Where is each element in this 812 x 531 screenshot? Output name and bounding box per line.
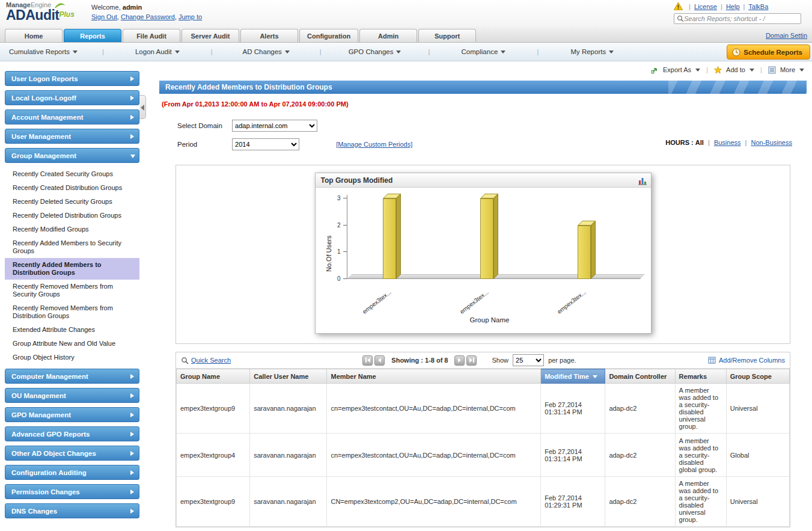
tab-home[interactable]: Home: [5, 29, 63, 42]
domain-settings-link[interactable]: Domain Settin: [766, 32, 807, 39]
warning-icon[interactable]: [674, 2, 683, 10]
sidebar-item-advanced-gpo-reports[interactable]: Advanced GPO Reports: [5, 426, 139, 441]
last-page-button[interactable]: [466, 355, 477, 366]
jump-to-link[interactable]: Jump to: [179, 13, 202, 20]
sidebar-report-link[interactable]: Group Object History: [5, 351, 139, 364]
tab-configuration[interactable]: Configuration: [299, 29, 358, 42]
manage-custom-periods-link[interactable]: [Manage Custom Periods]: [336, 141, 412, 148]
hours-business-link[interactable]: Business: [714, 139, 741, 146]
hours-all-option[interactable]: All: [695, 139, 704, 146]
page-size-select[interactable]: 25: [513, 354, 544, 366]
tab-file-audit[interactable]: File Audit: [123, 29, 180, 42]
chevron-down-icon: [175, 51, 180, 54]
app-logo: ManageEngine ADAuditPlus: [6, 1, 75, 23]
add-remove-columns-link[interactable]: Add/Remove Columns: [708, 357, 785, 364]
sidebar-section-label: Permission Changes: [11, 488, 80, 496]
chart-bar[interactable]: [578, 226, 591, 279]
first-page-button[interactable]: [362, 355, 373, 366]
sidebar-report-link[interactable]: Recently Added Members to Security Group…: [5, 236, 139, 258]
period-select[interactable]: 2014: [232, 138, 299, 150]
chart-type-icon[interactable]: [638, 176, 647, 185]
sidebar-item-group-management[interactable]: Group Management: [5, 148, 139, 163]
table-row[interactable]: empex3textgroup4 saravanan.nagarajan cn=…: [177, 434, 790, 477]
adaudit-plus-app: ManageEngine ADAuditPlus Welcome, admin …: [0, 0, 812, 531]
chart-bar[interactable]: [383, 198, 396, 279]
license-link[interactable]: License: [694, 3, 717, 10]
quick-search-link[interactable]: Quick Search: [181, 357, 231, 364]
sidebar-item-ou-management[interactable]: OU Management: [5, 388, 139, 403]
tab-alerts[interactable]: Alerts: [240, 29, 298, 42]
columns-grid-icon: [708, 357, 716, 364]
sidebar-item-gpo-management[interactable]: GPO Management: [5, 407, 139, 422]
tab-admin[interactable]: Admin: [359, 29, 417, 42]
star-icon: [714, 66, 722, 74]
sidebar-report-link[interactable]: Recently Created Security Groups: [5, 167, 139, 181]
sidebar-report-link[interactable]: Recently Deleted Security Groups: [5, 195, 139, 209]
menu-cumulative-reports[interactable]: Cumulative Reports: [0, 48, 102, 55]
per-page-label: per page.: [548, 357, 576, 364]
sidebar-collapse-handle[interactable]: [139, 95, 146, 119]
sidebar-report-link[interactable]: Extended Attribute Changes: [5, 323, 139, 337]
column-header-member-name[interactable]: Member Name: [327, 369, 541, 384]
menu-gpo-changes[interactable]: GPO Changes: [322, 48, 429, 55]
change-password-link[interactable]: Change Password: [121, 13, 175, 20]
sidebar-report-link[interactable]: Recently Removed Members from Security G…: [5, 280, 139, 301]
column-header-group-scope[interactable]: Group Scope: [726, 369, 789, 384]
column-header-remarks[interactable]: Remarks: [675, 369, 726, 384]
help-link[interactable]: Help: [726, 3, 740, 10]
menu-ad-changes[interactable]: AD Changes: [213, 48, 320, 55]
sidebar-item-dns-changes[interactable]: DNS Changes: [5, 503, 139, 518]
chevron-right-icon: [130, 374, 134, 379]
column-header-modified-time-sorted[interactable]: Modified Time: [541, 369, 605, 384]
search-input[interactable]: [684, 15, 798, 22]
sidebar-report-link[interactable]: Recently Modified Groups: [5, 223, 139, 236]
table-row[interactable]: empex3textgroup9 saravanan.nagarajan CN=…: [177, 477, 790, 527]
hours-non-business-link[interactable]: Non-Business: [751, 139, 792, 146]
sidebar-report-link[interactable]: Recently Deleted Distribution Groups: [5, 209, 139, 223]
sidebar-item-configuration-auditing[interactable]: Configuration Auditing: [5, 465, 139, 480]
next-page-button[interactable]: [454, 355, 465, 366]
app-header: ManageEngine ADAuditPlus Welcome, admin …: [0, 0, 812, 26]
cell-domain-controller: adap-dc2: [605, 384, 675, 434]
more-button[interactable]: More: [768, 66, 804, 73]
table-row[interactable]: empex3textgroup9 saravanan.nagarajan cn=…: [177, 384, 790, 434]
menu-label: Logon Audit: [135, 48, 172, 55]
cell-group-scope: Universal: [726, 477, 789, 527]
tab-label: Alerts: [260, 32, 278, 40]
talkback-link[interactable]: TalkBa: [748, 3, 768, 10]
sidebar-report-link-selected[interactable]: Recently Added Members to Distribution G…: [5, 258, 139, 280]
sidebar-report-link[interactable]: Recently Created Distribution Groups: [5, 181, 139, 195]
y-tick-label: 0: [329, 275, 341, 283]
sidebar-item-account-management[interactable]: Account Management: [5, 109, 139, 124]
menu-logon-audit[interactable]: Logon Audit: [104, 48, 211, 55]
chart-bar[interactable]: [480, 198, 493, 279]
sidebar-report-link[interactable]: Group Attribute New and Old Value: [5, 337, 139, 351]
tab-label: Configuration: [307, 32, 350, 40]
column-header-group-name[interactable]: Group Name: [177, 369, 250, 384]
add-to-button[interactable]: Add to: [714, 66, 756, 73]
cell-remarks: A member was added to a security-disable…: [675, 477, 726, 527]
sidebar-item-other-ad-object-changes[interactable]: Other AD Object Changes: [5, 446, 139, 461]
sidebar-report-link[interactable]: Recently Removed Members from Distributi…: [5, 301, 139, 323]
column-header-caller-user-name[interactable]: Caller User Name: [250, 369, 327, 384]
sidebar-item-user-logon-reports[interactable]: User Logon Reports: [5, 71, 139, 86]
tab-server-audit[interactable]: Server Audit: [182, 29, 239, 42]
tab-support[interactable]: Support: [418, 29, 476, 42]
menu-my-reports[interactable]: My Reports: [539, 48, 646, 55]
sidebar-item-computer-management[interactable]: Computer Management: [5, 369, 139, 384]
sidebar-item-user-management[interactable]: User Management: [5, 129, 139, 144]
cell-modified-time: Feb 27,2014 01:29:31 PM: [541, 477, 605, 527]
column-label: Remarks: [679, 373, 707, 380]
sign-out-link[interactable]: Sign Out: [91, 13, 117, 20]
column-label: Member Name: [331, 373, 376, 380]
sidebar-item-local-logon-logoff[interactable]: Local Logon-Logoff: [5, 90, 139, 105]
sidebar-item-permission-changes[interactable]: Permission Changes: [5, 484, 139, 499]
domain-select[interactable]: adap.internal.com: [232, 120, 317, 132]
export-as-button[interactable]: Export As: [651, 66, 702, 73]
menu-compliance[interactable]: Compliance: [430, 48, 537, 55]
tab-reports[interactable]: Reports: [64, 29, 121, 42]
previous-page-button[interactable]: [374, 355, 385, 366]
global-search-box[interactable]: [674, 13, 801, 24]
column-header-domain-controller[interactable]: Domain Controller: [605, 369, 675, 384]
schedule-reports-button[interactable]: Schedule Reports: [727, 45, 810, 60]
